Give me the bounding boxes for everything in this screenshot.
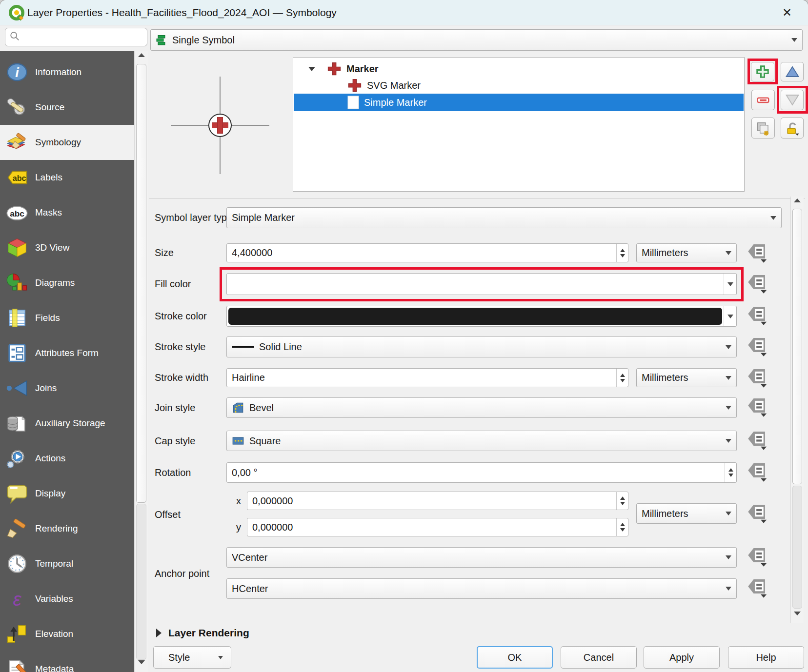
ok-button[interactable]: OK xyxy=(477,646,553,669)
sidebar-item-masks[interactable]: abcMasks xyxy=(0,195,134,230)
data-defined-override-join-style-button[interactable] xyxy=(746,396,768,419)
sidebar-item-joins[interactable]: Joins xyxy=(0,371,134,406)
sidebar-item-symbology[interactable]: Symbology xyxy=(0,125,134,160)
sidebar-item-labels[interactable]: abcLabels xyxy=(0,160,134,195)
data-defined-override-stroke-style-button[interactable] xyxy=(746,336,768,358)
help-button[interactable]: Help xyxy=(728,646,804,669)
single-symbol-icon xyxy=(156,34,167,46)
sidebar-item-information[interactable]: iInformation xyxy=(0,55,134,90)
offset-label: Offset xyxy=(155,504,181,525)
sidebar-item-source[interactable]: Source xyxy=(0,90,134,125)
spinner-arrows[interactable] xyxy=(616,518,628,536)
symbol-layer-type-combobox[interactable]: Simple Marker xyxy=(226,207,782,228)
sidebar-item-metadata[interactable]: Metadata xyxy=(0,652,134,672)
move-layer-up-button[interactable] xyxy=(781,62,804,81)
sidebar-item-actions[interactable]: Actions xyxy=(0,441,134,476)
size-spinbox[interactable]: 4,400000 xyxy=(226,243,628,262)
spinner-arrows[interactable] xyxy=(725,463,736,482)
stroke-width-spinbox[interactable]: Hairline xyxy=(226,368,628,387)
elevation-icon xyxy=(3,622,31,646)
lock-color-button[interactable] xyxy=(781,118,804,138)
symbol-layer-row-marker[interactable]: Marker xyxy=(294,60,744,77)
search-input[interactable] xyxy=(5,28,147,46)
symbol-layer-type-label: Symbol layer type xyxy=(155,207,232,228)
scroll-up-icon[interactable] xyxy=(791,198,804,202)
sidebar-scrollbar[interactable] xyxy=(134,51,148,672)
symbol-layer-row-simple-marker[interactable]: Simple Marker xyxy=(294,94,744,111)
sidebar-item-fields[interactable]: Fields xyxy=(0,300,134,336)
sidebar-item-rendering[interactable]: Rendering xyxy=(0,511,134,546)
spinner-arrows[interactable] xyxy=(616,369,628,387)
style-button[interactable]: Style xyxy=(153,646,231,669)
chevron-down-icon[interactable] xyxy=(724,306,736,326)
scroll-up-icon[interactable] xyxy=(135,53,148,57)
sidebar-item-auxiliary-storage[interactable]: Auxiliary Storage xyxy=(0,406,134,441)
anchor-horizontal-value: HCenter xyxy=(232,583,268,594)
duplicate-symbol-layer-button[interactable] xyxy=(751,118,775,138)
symbol-layer-tree: MarkerSVG MarkerSimple Marker xyxy=(293,57,745,192)
sidebar-item-temporal[interactable]: Temporal xyxy=(0,546,134,581)
chevron-down-icon[interactable] xyxy=(724,274,736,295)
sidebar-item-attributes-form[interactable]: Attributes Form xyxy=(0,336,134,371)
sidebar-item-elevation[interactable]: Elevation xyxy=(0,616,134,652)
offset-y-spinbox[interactable]: 0,000000 xyxy=(247,518,628,536)
sidebar-item-label: Temporal xyxy=(35,558,73,569)
panel-scrollbar[interactable] xyxy=(790,197,804,623)
close-button[interactable]: ✕ xyxy=(778,4,796,21)
offset-x-spinbox[interactable]: 0,000000 xyxy=(247,492,628,510)
data-defined-override-stroke-color-button[interactable] xyxy=(746,305,768,327)
open-lock-icon xyxy=(785,121,800,136)
sidebar-scrollbar-thumb[interactable] xyxy=(136,64,146,503)
sidebar-item-view3d[interactable]: 3D View xyxy=(0,230,134,265)
cancel-button[interactable]: Cancel xyxy=(561,646,637,669)
expander-icon[interactable] xyxy=(308,67,315,71)
apply-button[interactable]: Apply xyxy=(644,646,720,669)
move-layer-down-button[interactable] xyxy=(781,90,804,110)
sidebar-item-display[interactable]: Display xyxy=(0,476,134,511)
offset-x-label: x xyxy=(236,492,241,510)
chevron-down-icon xyxy=(770,216,776,220)
scroll-down-icon[interactable] xyxy=(791,612,804,615)
cap-style-combobox[interactable]: Square xyxy=(226,431,737,451)
size-unit-combobox[interactable]: Millimeters xyxy=(636,243,737,262)
size-label: Size xyxy=(155,243,174,262)
spinner-arrows[interactable] xyxy=(616,492,628,510)
scroll-down-icon[interactable] xyxy=(135,660,148,664)
renderer-combobox[interactable]: Single Symbol xyxy=(150,29,803,51)
anchor-horizontal-combobox[interactable]: HCenter xyxy=(226,578,737,599)
data-defined-override-rotation-button[interactable] xyxy=(746,461,768,484)
data-defined-override-stroke-width-button[interactable] xyxy=(746,367,768,390)
view3d-icon xyxy=(3,236,31,259)
fill-color-swatch xyxy=(228,275,722,293)
stroke-style-combobox[interactable]: Solid Line xyxy=(226,336,737,357)
data-defined-override-offset-button[interactable] xyxy=(746,503,768,525)
data-defined-override-anchor-horizontal-button[interactable] xyxy=(746,577,768,600)
sidebar-item-diagrams[interactable]: Diagrams xyxy=(0,265,134,300)
data-defined-override-icon xyxy=(747,546,767,569)
sidebar-item-variables[interactable]: εVariables xyxy=(0,581,134,616)
join-style-combobox[interactable]: Bevel xyxy=(226,397,737,418)
remove-symbol-layer-button[interactable] xyxy=(751,90,775,110)
data-defined-override-size-button[interactable] xyxy=(746,242,768,265)
svg-text:abc: abc xyxy=(10,209,24,218)
anchor-vertical-combobox[interactable]: VCenter xyxy=(226,547,737,568)
data-defined-override-fill-color-button[interactable] xyxy=(746,273,768,296)
layer-rendering-section[interactable]: Layer Rendering xyxy=(156,626,249,640)
panel-scrollbar-thumb[interactable] xyxy=(792,209,802,484)
stroke-color-button[interactable] xyxy=(226,306,737,327)
stroke-style-value: Solid Line xyxy=(259,341,302,353)
offset-unit-value: Millimeters xyxy=(642,508,688,519)
add-symbol-layer-button[interactable] xyxy=(751,62,774,81)
stroke-width-unit-combobox[interactable]: Millimeters xyxy=(636,368,737,387)
spinner-arrows[interactable] xyxy=(616,244,628,262)
symbol-layer-row-svg-marker[interactable]: SVG Marker xyxy=(294,77,744,94)
green-plus-icon xyxy=(755,64,770,79)
data-defined-override-cap-style-button[interactable] xyxy=(746,430,768,452)
offset-unit-combobox[interactable]: Millimeters xyxy=(636,503,737,524)
rotation-spinbox[interactable]: 0,00 ° xyxy=(226,462,737,483)
sidebar-item-label: Variables xyxy=(35,593,73,604)
temporal-icon xyxy=(3,552,31,575)
chevron-down-icon xyxy=(726,512,731,515)
data-defined-override-anchor-vertical-button[interactable] xyxy=(746,546,768,569)
fill-color-button[interactable] xyxy=(226,273,737,295)
